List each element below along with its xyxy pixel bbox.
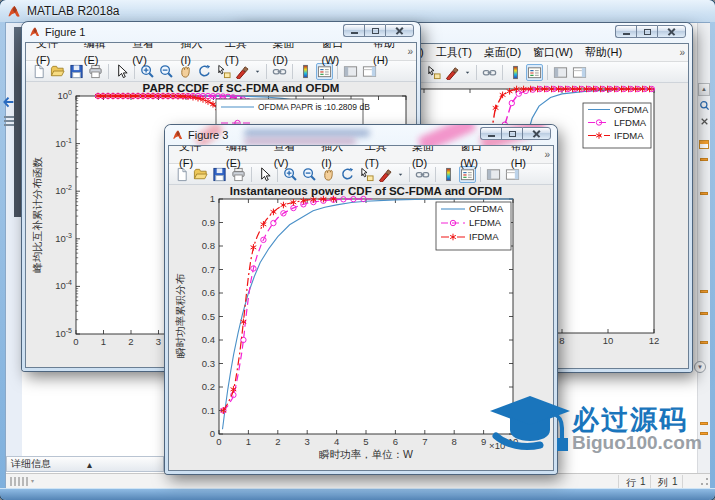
menu-item[interactable]: 窗口(W) [316,42,367,69]
aero-frame-left [0,22,5,488]
statusbar-divider [618,475,619,488]
menu-item[interactable]: 帮助(H) [579,44,628,61]
insert-colorbar-icon[interactable] [507,64,524,81]
menu-item[interactable]: 查看(V) [126,42,174,69]
svg-text:10: 10 [603,335,614,346]
hide-plot-tools-icon[interactable] [552,64,569,81]
svg-text:0: 0 [73,336,78,347]
svg-text:0.9: 0.9 [202,217,215,228]
close-icon[interactable] [700,117,709,126]
details-collapse-icon[interactable]: ▴ [87,459,159,470]
warning-marker[interactable] [700,290,708,293]
menu-item[interactable]: 窗口(W) [527,44,579,61]
legend-entry: IFDMA [469,231,499,242]
statusbar-grip[interactable]: ▾ [10,477,34,486]
legend-entry: IFDMA [614,130,644,141]
menu-item[interactable]: 桌面(D) [267,42,316,69]
svg-text:1: 1 [246,436,251,447]
menu-item[interactable]: 查看(V) [268,145,316,172]
search-icon[interactable] [699,100,710,111]
statusbar: ▾ 行 1 列 1 [6,473,710,488]
menu-item[interactable]: 插入(I) [175,42,219,69]
menu-item[interactable]: 编辑(E) [220,145,268,172]
close-button[interactable] [657,25,686,38]
svg-text:10-2: 10-2 [55,184,72,196]
menu-item[interactable]: 编辑(E) [78,42,126,69]
brush-icon[interactable] [444,64,461,81]
warning-marker[interactable] [700,192,708,195]
resize-grip[interactable] [700,477,709,486]
svg-text:8: 8 [452,436,457,447]
matlab-desktop: MATLAB R2018a ▲ ▼ 详细信息 ▴ ▾ 行 1 列 1 [0,0,715,500]
menu-overflow-icon[interactable]: » [407,46,413,57]
menu-item[interactable]: 文件(F) [173,145,220,172]
warning-marker[interactable] [700,312,708,315]
data-cursor-icon[interactable] [425,64,442,81]
warning-marker[interactable] [700,341,708,344]
row-label: 行 [626,476,636,490]
show-plot-tools-icon[interactable] [571,64,588,81]
svg-text:5: 5 [363,436,368,447]
menu-item[interactable]: 插入(I) [315,145,358,172]
close-button[interactable] [385,24,414,37]
svg-text:0.3: 0.3 [202,358,215,369]
menu-item[interactable]: 工具(T) [359,145,406,172]
dropdown-icon[interactable] [463,64,472,81]
svg-text:2: 2 [128,336,133,347]
panel-collapse-button[interactable]: ▼ [694,361,706,373]
scroll-up-button[interactable]: ▲ [698,83,710,96]
minimize-button[interactable] [343,24,364,37]
figure-icon [29,26,41,38]
svg-text:0: 0 [216,436,221,447]
svg-text:9: 9 [481,436,486,447]
minimize-button[interactable] [615,25,636,38]
toolbar-separator [476,65,477,80]
details-panel-header[interactable]: 详细信息 ▴ [6,456,164,472]
figure-icon [172,129,184,141]
legend-entry: OFDMA [614,104,649,115]
menu-item[interactable]: 窗口(W) [454,145,505,172]
watermark: 必过源码 Biguo100.com [488,388,708,466]
menu-overflow-icon[interactable]: » [544,149,550,160]
back-arrow-icon[interactable] [2,96,15,109]
svg-text:0.5: 0.5 [202,311,215,322]
menu-item[interactable]: 文件(F) [30,42,78,69]
menu-item[interactable]: 桌面(D) [406,145,454,172]
close-button[interactable] [522,127,551,140]
menu-item[interactable]: 工具(T) [219,42,267,69]
svg-text:2: 2 [275,436,280,447]
svg-text:10-5: 10-5 [55,327,72,339]
menu-overflow-icon[interactable]: » [679,47,685,58]
insert-legend-icon[interactable] [526,64,543,81]
svg-text:10-3: 10-3 [55,232,72,244]
figure3-titlebar[interactable]: Figure 3 [168,125,554,145]
statusbar-divider [682,475,683,488]
details-panel-label: 详细信息 [11,457,83,471]
svg-text:0.7: 0.7 [202,264,215,275]
message-indicator-icon[interactable] [699,140,709,149]
warning-marker[interactable] [700,158,708,161]
restore-button[interactable] [636,25,657,38]
svg-text:8: 8 [559,335,564,346]
aero-frame-bottom [0,488,715,500]
figure1-titlebar[interactable]: Figure 1 [25,22,417,42]
matlab-logo-icon [7,4,22,19]
menu-item[interactable]: 工具(T) [430,44,478,61]
svg-text:0.8: 0.8 [202,240,215,251]
link-plot-icon[interactable] [481,64,498,81]
svg-text:10-4: 10-4 [55,279,72,291]
statusbar-divider [650,475,651,488]
main-titlebar[interactable]: MATLAB R2018a [0,0,715,22]
list-icon[interactable] [4,114,14,128]
minimize-button[interactable] [480,127,501,140]
aero-frame-right [710,22,715,488]
chart-title: PAPR CCDF of SC-FDMA and OFDM [143,82,340,94]
svg-text:100: 100 [58,89,73,101]
menu-item[interactable]: 桌面(D) [478,44,527,61]
svg-text:0.1: 0.1 [202,405,215,416]
restore-button[interactable] [501,127,522,140]
svg-text:10-1: 10-1 [55,137,72,149]
x-axis-label: 瞬时功率，单位：W [319,448,413,460]
y-axis-label: 瞬时功率累积分布 [174,274,186,359]
restore-button[interactable] [364,24,385,37]
